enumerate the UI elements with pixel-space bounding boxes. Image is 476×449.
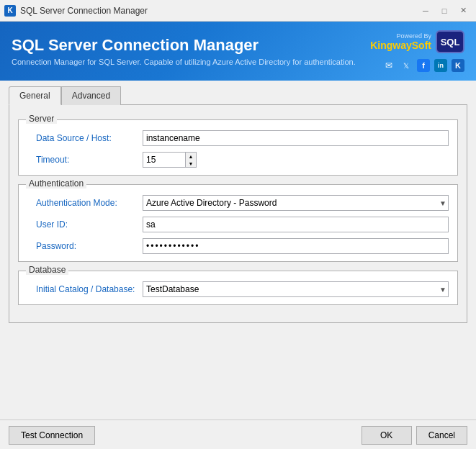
- database-section-label: Database: [26, 265, 68, 275]
- auth-mode-label: Authentication Mode:: [27, 198, 143, 208]
- server-section-label: Server: [26, 114, 57, 124]
- auth-mode-select[interactable]: Azure Active Directory - Password SQL Se…: [143, 195, 449, 211]
- initial-catalog-row: Initial Catalog / Database: TestDatabase…: [27, 281, 449, 297]
- initial-catalog-label: Initial Catalog / Database:: [27, 284, 143, 294]
- title-bar-left: K SQL Server Connection Manager: [4, 5, 148, 17]
- email-icon[interactable]: ✉: [382, 59, 395, 72]
- authentication-section-label: Authentication: [26, 178, 86, 189]
- authentication-section: Authentication Authentication Mode: Azur…: [18, 184, 458, 262]
- title-bar: K SQL Server Connection Manager ─ □ ✕: [0, 0, 476, 22]
- password-input[interactable]: [143, 238, 449, 254]
- facebook-icon[interactable]: f: [417, 59, 430, 72]
- timeout-down-button[interactable]: ▼: [186, 160, 196, 167]
- app-title: SQL Server Connection Manager: [12, 36, 356, 55]
- data-source-row: Data Source / Host:: [27, 130, 449, 146]
- test-connection-button[interactable]: Test Connection: [9, 426, 95, 445]
- footer-right: OK Cancel: [362, 426, 467, 445]
- k-icon[interactable]: K: [452, 59, 464, 72]
- title-bar-text: SQL Server Connection Manager: [20, 6, 148, 16]
- initial-catalog-select[interactable]: TestDatabase master msdb tempdb: [143, 281, 449, 297]
- footer: Test Connection OK Cancel: [0, 419, 476, 449]
- panel-general: Server Data Source / Host: Timeout: ▲ ▼: [9, 105, 467, 323]
- title-bar-controls: ─ □ ✕: [417, 4, 472, 18]
- data-source-label: Data Source / Host:: [27, 133, 143, 143]
- app-icon: K: [4, 5, 16, 17]
- twitter-icon[interactable]: 𝕏: [400, 59, 413, 72]
- database-section: Database Initial Catalog / Database: Tes…: [18, 271, 458, 305]
- minimize-button[interactable]: ─: [417, 4, 434, 18]
- main-area: General Advanced Server Data Source / Ho…: [0, 81, 476, 449]
- powered-by-text: Powered By: [396, 32, 431, 40]
- initial-catalog-select-wrapper: TestDatabase master msdb tempdb ▼: [143, 281, 449, 297]
- linkedin-icon[interactable]: in: [434, 59, 447, 72]
- database-section-content: Initial Catalog / Database: TestDatabase…: [19, 271, 457, 304]
- tabs: General Advanced: [9, 86, 467, 105]
- auth-mode-row: Authentication Mode: Azure Active Direct…: [27, 195, 449, 211]
- timeout-label: Timeout:: [27, 155, 143, 165]
- tab-general[interactable]: General: [9, 86, 61, 105]
- cancel-button[interactable]: Cancel: [416, 426, 467, 445]
- header-banner: SQL Server Connection Manager Connection…: [0, 22, 476, 81]
- user-id-row: User ID:: [27, 217, 449, 232]
- social-icons: ✉ 𝕏 f in K: [382, 59, 464, 72]
- user-id-label: User ID:: [27, 219, 143, 230]
- auth-mode-select-wrapper: Azure Active Directory - Password SQL Se…: [143, 195, 449, 211]
- timeout-row: Timeout: ▲ ▼: [27, 152, 449, 168]
- data-source-input[interactable]: [143, 130, 449, 146]
- dialog-content: General Advanced Server Data Source / Ho…: [0, 81, 476, 419]
- app-subtitle: Connection Manager for SQL Server. Capab…: [12, 58, 356, 66]
- close-button[interactable]: ✕: [454, 4, 472, 18]
- password-label: Password:: [27, 241, 143, 251]
- ok-button[interactable]: OK: [362, 426, 412, 445]
- timeout-wrapper: ▲ ▼: [143, 152, 197, 168]
- password-row: Password:: [27, 238, 449, 254]
- timeout-input[interactable]: [143, 152, 186, 168]
- server-section-content: Data Source / Host: Timeout: ▲ ▼: [19, 120, 457, 175]
- brand-name: KingwaySoft: [370, 40, 431, 51]
- header-right: Powered By KingwaySoft SQL ✉ 𝕏 f in K: [370, 30, 464, 72]
- sql-badge: SQL: [436, 30, 464, 53]
- timeout-up-button[interactable]: ▲: [186, 153, 196, 160]
- user-id-input[interactable]: [143, 217, 449, 232]
- authentication-section-content: Authentication Mode: Azure Active Direct…: [19, 185, 457, 261]
- header-title-area: SQL Server Connection Manager Connection…: [12, 36, 356, 66]
- server-section: Server Data Source / Host: Timeout: ▲ ▼: [18, 119, 458, 176]
- header-brand: Powered By KingwaySoft SQL: [370, 30, 464, 53]
- maximize-button[interactable]: □: [436, 4, 453, 18]
- timeout-spinner: ▲ ▼: [186, 152, 197, 168]
- tab-advanced[interactable]: Advanced: [61, 86, 121, 105]
